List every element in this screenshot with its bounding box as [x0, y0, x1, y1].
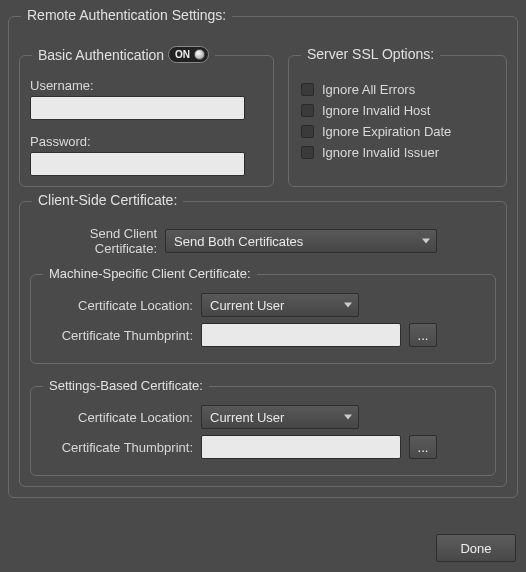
settings-cert-location-label: Certificate Location: [41, 410, 201, 425]
chevron-down-icon [344, 303, 352, 308]
client-side-panel: Client-Side Certificate: Send Client Cer… [19, 201, 507, 487]
remote-auth-title: Remote Authentication Settings: [21, 7, 232, 23]
ssl-option-label: Ignore Invalid Issuer [322, 145, 439, 160]
machine-cert-thumbprint-input[interactable] [201, 323, 401, 347]
ssl-ignore-invalid-host[interactable]: Ignore Invalid Host [301, 103, 496, 118]
basic-auth-toggle[interactable]: ON [168, 46, 209, 63]
chevron-down-icon [344, 415, 352, 420]
machine-cert-location-label: Certificate Location: [41, 298, 201, 313]
settings-cert-location-select[interactable]: Current User [201, 405, 359, 429]
send-client-cert-value: Send Both Certificates [174, 234, 303, 249]
settings-cert-thumbprint-input[interactable] [201, 435, 401, 459]
settings-cert-location-value: Current User [210, 410, 284, 425]
ssl-option-label: Ignore Invalid Host [322, 103, 430, 118]
password-label: Password: [30, 134, 263, 149]
ssl-ignore-all-errors[interactable]: Ignore All Errors [301, 82, 496, 97]
basic-auth-title-text: Basic Authentication [38, 47, 164, 63]
checkbox-icon [301, 104, 314, 117]
ellipsis-icon: ... [418, 440, 429, 455]
done-button-label: Done [460, 541, 491, 556]
chevron-down-icon [422, 239, 430, 244]
username-label: Username: [30, 78, 263, 93]
password-input[interactable] [30, 152, 245, 176]
machine-cert-title: Machine-Specific Client Certificate: [43, 266, 257, 281]
checkbox-icon [301, 125, 314, 138]
send-client-cert-label: Send Client Certificate: [30, 226, 165, 256]
ssl-option-label: Ignore Expiration Date [322, 124, 451, 139]
settings-cert-panel: Settings-Based Certificate: Certificate … [30, 386, 496, 476]
ssl-options-title: Server SSL Options: [301, 46, 440, 62]
settings-cert-title: Settings-Based Certificate: [43, 378, 209, 393]
checkbox-icon [301, 146, 314, 159]
ssl-ignore-expiration-date[interactable]: Ignore Expiration Date [301, 124, 496, 139]
username-input[interactable] [30, 96, 245, 120]
ssl-option-label: Ignore All Errors [322, 82, 415, 97]
done-button[interactable]: Done [436, 534, 516, 562]
machine-cert-panel: Machine-Specific Client Certificate: Cer… [30, 274, 496, 364]
toggle-knob-icon [194, 49, 205, 60]
checkbox-icon [301, 83, 314, 96]
remote-auth-panel: Remote Authentication Settings: Basic Au… [8, 16, 518, 498]
settings-cert-thumbprint-label: Certificate Thumbprint: [41, 440, 201, 455]
machine-cert-location-value: Current User [210, 298, 284, 313]
machine-cert-browse-button[interactable]: ... [409, 323, 437, 347]
basic-auth-toggle-label: ON [175, 49, 190, 60]
basic-auth-title: Basic Authentication ON [32, 46, 215, 63]
ssl-ignore-invalid-issuer[interactable]: Ignore Invalid Issuer [301, 145, 496, 160]
ellipsis-icon: ... [418, 328, 429, 343]
send-client-cert-select[interactable]: Send Both Certificates [165, 229, 437, 253]
ssl-options-panel: Server SSL Options: Ignore All Errors Ig… [288, 55, 507, 187]
settings-cert-browse-button[interactable]: ... [409, 435, 437, 459]
machine-cert-location-select[interactable]: Current User [201, 293, 359, 317]
machine-cert-thumbprint-label: Certificate Thumbprint: [41, 328, 201, 343]
basic-auth-panel: Basic Authentication ON Username: Passwo… [19, 55, 274, 187]
client-side-title: Client-Side Certificate: [32, 192, 183, 208]
